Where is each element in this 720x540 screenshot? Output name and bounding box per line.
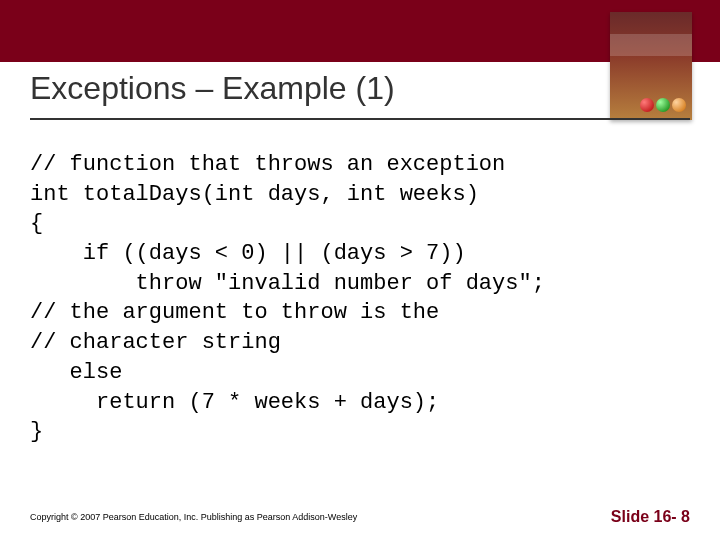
title-underline xyxy=(30,118,690,120)
slide: Exceptions – Example (1) // function tha… xyxy=(0,0,720,540)
slide-number: Slide 16- 8 xyxy=(611,508,690,526)
code-line: return (7 * weeks + days); xyxy=(30,390,439,415)
code-line: // character string xyxy=(30,330,281,355)
code-line: // the argument to throw is the xyxy=(30,300,439,325)
title-row: Exceptions – Example (1) xyxy=(30,70,690,107)
code-line: { xyxy=(30,211,43,236)
code-line: else xyxy=(30,360,122,385)
book-cover-band xyxy=(610,34,692,56)
code-line: throw "invalid number of days"; xyxy=(30,271,545,296)
code-line: int totalDays(int days, int weeks) xyxy=(30,182,479,207)
code-line: // function that throws an exception xyxy=(30,152,505,177)
code-line: if ((days < 0) || (days > 7)) xyxy=(30,241,466,266)
code-line: } xyxy=(30,419,43,444)
code-block: // function that throws an exception int… xyxy=(30,150,690,447)
copyright-text: Copyright © 2007 Pearson Education, Inc.… xyxy=(30,512,357,522)
slide-title: Exceptions – Example (1) xyxy=(30,70,690,107)
